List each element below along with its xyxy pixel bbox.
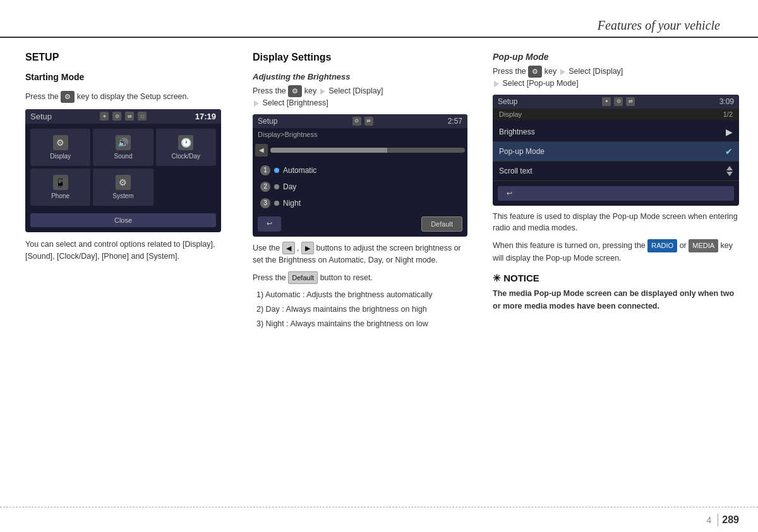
menu-item-phone[interactable]: 📱 Phone [30, 168, 90, 206]
mid-column: Display Settings Adjusting the Brightnes… [240, 39, 480, 505]
arrows-icon: ⇄ [125, 112, 134, 121]
popup-select-popup: Select [Pop-up Mode] [502, 79, 578, 88]
display-settings-title: Display Settings [253, 52, 467, 63]
popup-when-text: When this feature is turned on, pressing… [493, 241, 646, 250]
left-column: SETUP Starting Mode Press the ⚙ key to d… [0, 39, 240, 505]
menu-item-sound[interactable]: 🔊 Sound [93, 129, 153, 166]
button-to-reset: button to reset. [320, 273, 373, 282]
display-arrows-icon: ⇄ [626, 97, 635, 106]
brightness-row[interactable]: Brightness ▶ [493, 122, 739, 142]
arrow-right-icon-2 [254, 100, 259, 107]
brightness-option-day[interactable]: 2 Day [258, 179, 462, 195]
setup-menu-grid: ⚙ Display 🔊 Sound 🕐 Clock/Day 📱 Phone [25, 124, 221, 211]
brightness-row-label: Brightness [499, 127, 535, 136]
popup-press-the: Press the [493, 67, 528, 76]
brightness-screen-title: Setup [258, 117, 277, 126]
starting-mode-intro: Press the ⚙ key to display the Setup scr… [25, 91, 221, 103]
left-arrow-btn[interactable]: ◀ [282, 242, 295, 255]
gear-icon-right: ⚙ [532, 66, 538, 77]
menu-item-clock[interactable]: 🕐 Clock/Day [156, 129, 216, 166]
slider-left-btn[interactable]: ◀ [255, 144, 268, 157]
brightness-intro: Press the ⚙ key Select [Display] Select … [253, 85, 467, 109]
display-header-icons: ✦ ⚙ ⇄ [602, 97, 635, 106]
scroll-text-row[interactable]: Scroll text [493, 162, 739, 181]
system-icon: ⚙ [116, 175, 131, 190]
starting-mode-body: You can select and control options relat… [25, 239, 221, 263]
popup-mode-check-icon: ✔ [725, 146, 733, 157]
section-number: 4 [707, 515, 712, 525]
setup-section-title: SETUP [25, 52, 221, 63]
gear-icon: ⚙ [64, 92, 71, 102]
sound-icon: 🔊 [116, 135, 131, 150]
media-key-btn[interactable]: MEDIA [689, 239, 718, 252]
close-button[interactable]: Close [30, 213, 216, 227]
radio-key-btn[interactable]: RADIO [647, 239, 677, 252]
display-label: Display [50, 153, 71, 160]
starting-mode-section: Starting Mode Press the ⚙ key to display… [25, 72, 221, 262]
default-inline-btn[interactable]: Default [288, 271, 318, 285]
popup-body-2: When this feature is turned on, pressing… [493, 239, 739, 264]
notice-title: ✳ NOTICE [493, 273, 739, 284]
setup-key-btn-right[interactable]: ⚙ [528, 66, 542, 78]
popup-intro: Press the ⚙ key Select [Display] Select … [493, 66, 739, 90]
right-column: Pop-up Mode Press the ⚙ key Select [Disp… [480, 39, 758, 505]
setup-key-btn-mid[interactable]: ⚙ [288, 85, 302, 97]
brightness-time: 2:57 [448, 117, 462, 126]
phone-icon: □ [138, 112, 147, 121]
display-bt-icon: ✦ [602, 97, 611, 106]
adjusting-brightness-title: Adjusting the Brightness [253, 72, 467, 81]
clock-label: Clock/Day [172, 153, 201, 160]
brightness-select-brightness: Select [Brightness] [262, 98, 328, 107]
display-submenu-label: Display [499, 110, 522, 118]
sound-label: Sound [114, 153, 133, 160]
main-content: SETUP Starting Mode Press the ⚙ key to d… [0, 39, 758, 505]
option-label-day: Day [283, 182, 296, 191]
brightness-back-btn[interactable]: ↩ [258, 216, 281, 232]
brightness-slider[interactable] [270, 148, 465, 153]
page-header: Features of your vehicle [0, 0, 758, 38]
popup-key-text: key [544, 67, 556, 76]
popup-mode-row[interactable]: Pop-up Mode ✔ [493, 142, 739, 162]
setup-screen-mockup: Setup ✦ ⚙ ⇄ □ 17:19 ⚙ Display 🔊 [25, 109, 221, 232]
slider-row: ◀ [253, 141, 467, 160]
option-num-1: 1 [260, 165, 270, 175]
screen-status-icons: ✦ ⚙ ⇄ □ [100, 112, 147, 121]
brightness-option-automatic[interactable]: 1 Automatic [258, 162, 462, 179]
page-num-display: 289 [722, 514, 739, 526]
body-use-the: Use the [253, 243, 282, 252]
scroll-text-row-label: Scroll text [499, 167, 532, 175]
brightness-text1: Press the [253, 86, 286, 95]
setup-key-btn[interactable]: ⚙ [61, 91, 75, 103]
list-item-3: 3) Night : Always maintains the brightne… [253, 318, 467, 330]
right-arrow-btn[interactable]: ▶ [301, 242, 314, 255]
press-the-text: Press the [253, 273, 288, 282]
display-screen-mockup: Setup ✦ ⚙ ⇄ 3:09 Display 1/2 Brightness … [493, 95, 739, 206]
popup-or-text: or [680, 241, 687, 250]
option-label-night: Night [283, 199, 301, 208]
brightness-default-btn[interactable]: Default [421, 216, 462, 232]
arrow-right-icon-1 [320, 88, 325, 95]
display-gear-icon: ⚙ [614, 97, 623, 106]
brightness-screen-mockup: Setup ⚙ ⇄ 2:57 Display>Brightness ◀ 1 Au… [253, 114, 467, 237]
body-comma: , [297, 243, 301, 252]
phone-menu-icon: 📱 [53, 175, 68, 190]
display-page-indicator: 1/2 [723, 110, 733, 118]
menu-item-display[interactable]: ⚙ Display [30, 129, 90, 166]
brightness-arrows-icon: ⇄ [364, 117, 373, 126]
display-screen-header: Setup ✦ ⚙ ⇄ 3:09 [493, 95, 739, 109]
menu-item-system[interactable]: ⚙ System [93, 168, 153, 206]
system-label: System [112, 192, 133, 199]
popup-select-display: Select [Display] [568, 67, 623, 76]
screen-time: 17:19 [195, 112, 216, 121]
brightness-list: 1) Automatic : Adjusts the brightness au… [253, 289, 467, 329]
brightness-option-night[interactable]: 3 Night [258, 195, 462, 211]
settings-icon: ⚙ [112, 112, 121, 121]
display-screen-footer: ↩ [493, 184, 739, 206]
option-num-2: 2 [260, 182, 270, 192]
brightness-row-arrow: ▶ [726, 127, 733, 137]
display-back-btn[interactable]: ↩ [498, 186, 734, 201]
option-dot-2 [274, 184, 279, 189]
scroll-down-arrow [726, 172, 733, 176]
brightness-screen-header: Setup ⚙ ⇄ 2:57 [253, 114, 467, 128]
list-item-2: 2) Day : Always maintains the brightness… [253, 304, 467, 316]
